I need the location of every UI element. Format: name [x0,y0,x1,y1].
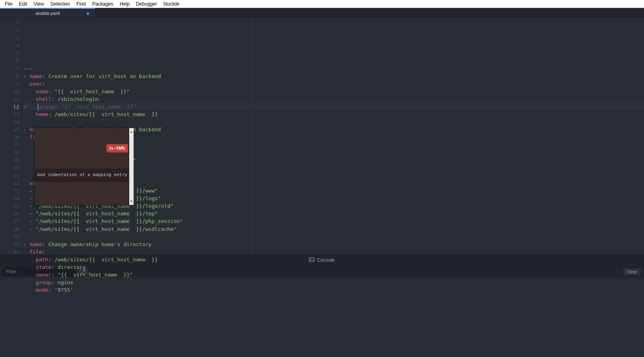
line-number[interactable]: 21 [0,172,19,179]
line-number[interactable]: 7 [0,65,19,72]
line-number[interactable]: 18 [0,149,19,156]
line-number[interactable]: 24 [0,195,19,202]
line-number[interactable]: 22 [0,179,19,187]
code-line[interactable]: mode: '0755' [23,286,644,294]
menu-selection[interactable]: Selection [47,0,73,8]
menu-edit[interactable]: Edit [16,0,30,8]
menu-bar: File Edit View Selection Find Packages H… [0,0,644,8]
tab-ansible-yaml[interactable]: ansible.yaml ● [0,8,95,17]
menu-packages[interactable]: Packages [89,0,117,8]
code-line[interactable]: user: [23,80,644,88]
code-line[interactable]: - "/web/sites/{{ virt_host_name }}/wsdlc… [23,225,644,233]
line-number-gutter: 1234567891011121314151617181920212223242… [0,18,23,255]
menu-help[interactable]: Help [116,0,133,8]
line-number[interactable]: 15 [0,126,19,133]
menu-nuclide[interactable]: Nuclide [160,0,183,8]
menu-file[interactable]: File [2,0,16,8]
line-number[interactable]: 16 [0,133,19,141]
text-cursor [38,104,38,110]
line-number[interactable]: 6 [0,57,19,64]
line-number[interactable]: 30 [0,241,19,248]
code-line[interactable]: - "/web/sites/{{ virt_host_name }}/php_s… [23,217,644,225]
line-number[interactable]: 27 [0,217,19,225]
scroll-up-icon[interactable]: ▲ [130,128,132,136]
line-number[interactable]: 11 [0,95,19,103]
editor[interactable]: 1234567891011121314151617181920212223242… [0,18,644,255]
code-line[interactable]: - "/web/sites/{{ virt_host_name }}/tmp" [23,210,644,217]
code-line[interactable]: - name: Change ownership home's director… [23,241,644,248]
line-number[interactable]: 14 [0,118,19,126]
code-line[interactable]: group: nginx [23,279,644,286]
menu-debugger[interactable]: Debugger [133,0,160,8]
line-number[interactable]: 19 [0,156,19,164]
code-line[interactable]: state: directory [23,263,644,271]
code-line[interactable]: shell: /sbin/nologin [23,95,644,103]
line-number[interactable]: 5 [0,49,19,57]
line-number[interactable]: 28 [0,225,19,233]
line-number[interactable]: 2 [0,26,19,34]
menu-find[interactable]: Find [73,0,89,8]
code-line[interactable]: file: [23,248,644,256]
line-number[interactable]: 26 [0,210,19,217]
line-number[interactable]: 10 [0,88,19,95]
code-area[interactable]: Js-YAML bad indentation of a mapping ent… [23,18,644,255]
line-number[interactable]: 8 [0,72,19,80]
line-number[interactable]: 9 [0,80,19,88]
linter-scrollbar[interactable]: ▲ ▼ [129,128,134,205]
line-number[interactable]: 1 [0,19,19,26]
line-number[interactable]: 3 [0,34,19,42]
line-number[interactable]: 20 [0,164,19,172]
line-number[interactable]: 4 [0,42,19,49]
code-line[interactable]: --- [23,65,644,72]
tab-bar: ansible.yaml ● [0,8,644,18]
line-number[interactable]: 31 [0,248,19,256]
code-line[interactable]: path: /web/sites/{{ virt_host_name }} [23,256,644,263]
code-line[interactable]: - name: Create user for virt_host on bac… [23,72,644,80]
line-number[interactable]: 13 [0,110,19,118]
line-number[interactable]: 29 [0,233,19,241]
menu-view[interactable]: View [30,0,47,8]
line-number[interactable]: 25 [0,202,19,210]
line-number[interactable]: 23 [0,187,19,195]
linter-tooltip: Js-YAML bad indentation of a mapping ent… [34,128,129,205]
code-line[interactable] [23,233,644,241]
scroll-down-icon[interactable]: ▼ [130,197,132,205]
line-number[interactable]: 17 [0,141,19,149]
code-line[interactable]: owner: "{{ virt_host_name }}" [23,271,644,279]
dirty-indicator-icon: ● [86,10,90,16]
linter-message: bad indentation of a mapping entry [35,168,129,182]
code-line[interactable]: name: "{{ virt_host_name }}" [23,88,644,95]
tab-title: ansible.yaml [35,11,60,16]
code-line[interactable] [23,118,644,126]
code-line[interactable]: home: /web/sites/{{ virt_host_name }} [23,110,644,118]
linter-provider-badge: Js-YAML [106,144,128,152]
code-line[interactable] [23,294,644,301]
line-number[interactable]: 12 [0,103,19,110]
